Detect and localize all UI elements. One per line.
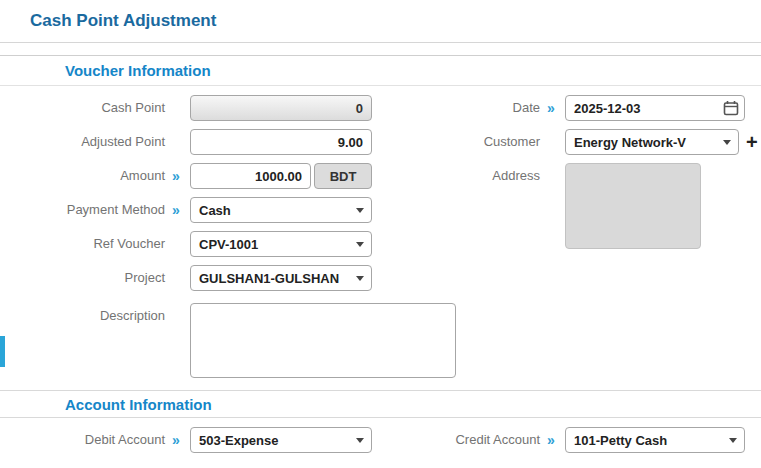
ref-voucher-label: Ref Voucher <box>0 231 165 257</box>
description-textarea[interactable] <box>190 303 456 378</box>
debit-account-select[interactable]: 503-Expense <box>190 427 372 453</box>
chevron-down-icon <box>723 140 731 145</box>
amount-label: Amount <box>0 163 165 189</box>
chevron-down-icon <box>356 438 364 443</box>
ref-voucher-value: CPV-1001 <box>199 237 258 252</box>
required-icon: » <box>543 95 559 121</box>
cash-point-input <box>190 95 372 121</box>
chevron-down-icon <box>356 208 364 213</box>
payment-method-select[interactable]: Cash <box>190 197 372 223</box>
debit-account-value: 503-Expense <box>199 433 279 448</box>
currency-badge: BDT <box>314 163 372 189</box>
cash-point-label: Cash Point <box>0 95 165 121</box>
payment-method-label: Payment Method <box>0 197 165 223</box>
calendar-icon[interactable] <box>723 100 739 116</box>
adjusted-point-label: Adjusted Point <box>0 129 165 155</box>
page-title: Cash Point Adjustment <box>30 11 216 31</box>
payment-method-value: Cash <box>199 203 231 218</box>
required-icon: » <box>168 427 184 453</box>
debit-account-label: Debit Account <box>0 427 165 453</box>
date-field <box>565 95 745 121</box>
customer-select[interactable]: Energy Network-V <box>565 129 739 155</box>
chevron-down-icon <box>356 276 364 281</box>
cash-point-adjustment-page: Cash Point Adjustment Voucher Informatio… <box>0 0 761 468</box>
chevron-down-icon <box>356 242 364 247</box>
voucher-information-section-header: Voucher Information <box>0 56 761 86</box>
credit-account-label: Credit Account <box>410 427 540 453</box>
project-label: Project <box>0 265 165 291</box>
page-header: Cash Point Adjustment <box>0 0 761 43</box>
chevron-down-icon <box>729 438 737 443</box>
plus-icon[interactable]: + <box>746 129 758 155</box>
project-value: GULSHAN1-GULSHAN <box>199 271 339 286</box>
address-textarea <box>565 163 701 249</box>
required-icon: » <box>168 197 184 223</box>
amount-input[interactable] <box>190 163 311 189</box>
header-separator <box>0 43 761 56</box>
left-accent-strip <box>0 336 5 367</box>
adjusted-point-input[interactable] <box>190 129 372 155</box>
required-icon: » <box>168 163 184 189</box>
date-input[interactable] <box>565 95 745 121</box>
ref-voucher-select[interactable]: CPV-1001 <box>190 231 372 257</box>
account-information-section-header: Account Information <box>0 391 761 418</box>
account-information-title: Account Information <box>65 396 212 413</box>
required-icon: » <box>543 427 559 453</box>
credit-account-select[interactable]: 101-Petty Cash <box>565 427 745 453</box>
project-select[interactable]: GULSHAN1-GULSHAN <box>190 265 372 291</box>
description-label: Description <box>0 303 165 329</box>
address-label: Address <box>410 163 540 189</box>
customer-value: Energy Network-V <box>574 135 686 150</box>
voucher-information-title: Voucher Information <box>65 62 211 79</box>
credit-account-value: 101-Petty Cash <box>574 433 667 448</box>
customer-label: Customer <box>410 129 540 155</box>
date-label: Date <box>410 95 540 121</box>
